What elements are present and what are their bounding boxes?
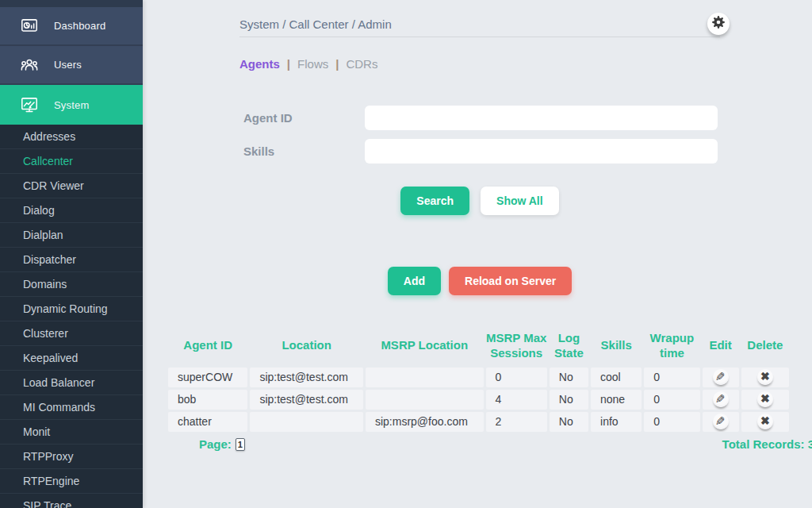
system-icon [19, 94, 40, 115]
breadcrumb: System / Call Center / Admin [239, 16, 720, 33]
action-button-row: Add Reload on Server [239, 267, 720, 295]
agent-id-input[interactable] [365, 106, 718, 130]
x-icon: ✖ [760, 414, 770, 427]
sidebar-item-callcenter[interactable]: Callcenter [0, 149, 143, 174]
table-row: chatter sip:msrp@foo.com 2 No info 0 ✎ ✖ [168, 412, 789, 432]
add-button[interactable]: Add [388, 267, 441, 295]
column-header-edit: Edit [703, 331, 739, 365]
tab-cdrs[interactable]: CDRs [346, 57, 377, 71]
sidebar-item-dispatcher[interactable]: Dispatcher [0, 248, 143, 272]
table-row: bob sip:test@test.com 4 No none 0 ✎ ✖ [168, 390, 789, 410]
sidebar-item-system[interactable]: System [0, 85, 143, 125]
page-number-button[interactable]: 1 [236, 438, 245, 451]
total-records: Total Records: 3 [722, 437, 812, 451]
cell-location: sip:test@test.com [250, 368, 363, 387]
sidebar-item-cdr-viewer[interactable]: CDR Viewer [0, 174, 143, 198]
settings-button[interactable] [707, 13, 730, 35]
cell-msrp-location: sip:msrp@foo.com [366, 412, 484, 432]
tab-agents[interactable]: Agents [239, 57, 280, 71]
skills-input[interactable] [365, 139, 718, 164]
x-icon: ✖ [760, 370, 770, 383]
cell-skills: none [591, 390, 642, 410]
edit-button[interactable]: ✎ [713, 414, 729, 429]
cell-skills: cool [591, 368, 642, 387]
edit-button[interactable]: ✎ [713, 369, 729, 385]
edit-button[interactable]: ✎ [713, 391, 729, 407]
sidebar-item-dialog[interactable]: Dialog [0, 198, 143, 223]
column-header-agent-id: Agent ID [168, 331, 247, 365]
sidebar-item-domains[interactable]: Domains [0, 272, 143, 297]
sidebar-item-label: Dashboard [54, 20, 105, 32]
delete-button[interactable]: ✖ [757, 414, 773, 429]
main-content: System / Call Center / Admin Agents|Flow… [143, 0, 812, 508]
column-header-msrp-location: MSRP Location [366, 331, 484, 365]
sidebar-item-label: Users [54, 59, 82, 71]
search-button-row: Search Show All [239, 187, 720, 215]
users-icon [19, 55, 40, 75]
cell-agent-id: chatter [168, 412, 247, 432]
cell-wrapup-time: 0 [644, 412, 699, 432]
dashboard-icon [19, 16, 40, 37]
sidebar-item-addresses[interactable]: Addresses [0, 125, 143, 149]
cell-wrapup-time: 0 [644, 390, 699, 410]
cell-wrapup-time: 0 [644, 368, 699, 387]
column-header-skills: Skills [591, 331, 642, 365]
sidebar-item-load-balancer[interactable]: Load Balancer [0, 371, 143, 395]
cell-skills: info [591, 412, 642, 432]
pagination: Page:1 [189, 437, 245, 451]
sidebar: Dashboard Users System Addresses Callcen… [0, 0, 143, 508]
column-header-wrapup-time: Wrapup time [644, 331, 699, 365]
pencil-icon: ✎ [715, 369, 726, 384]
page-label: Page: [199, 437, 232, 451]
sidebar-item-dashboard[interactable]: Dashboard [0, 7, 143, 46]
tab-separator: | [335, 57, 339, 71]
agent-id-label: Agent ID [239, 111, 365, 125]
pencil-icon: ✎ [715, 391, 726, 406]
sidebar-item-sip-trace[interactable]: SIP Trace [0, 494, 143, 508]
column-header-msrp-max-sessions: MSRP Max Sessions [486, 331, 547, 365]
search-form: Agent ID Skills [239, 106, 720, 164]
cell-location [250, 412, 363, 432]
tab-flows[interactable]: Flows [297, 57, 328, 71]
x-icon: ✖ [760, 392, 770, 405]
topbar: System / Call Center / Admin [239, 16, 720, 37]
show-all-button[interactable]: Show All [481, 187, 559, 215]
cell-agent-id: bob [168, 390, 247, 410]
pencil-icon: ✎ [715, 414, 726, 429]
cell-msrp-location [366, 368, 484, 387]
sidebar-item-label: System [54, 99, 90, 111]
sidebar-top-strip [0, 0, 143, 7]
delete-button[interactable]: ✖ [757, 369, 773, 385]
cell-agent-id: superCOW [168, 368, 247, 387]
sidebar-item-monit[interactable]: Monit [0, 420, 143, 444]
sidebar-item-dialplan[interactable]: Dialplan [0, 223, 143, 248]
cell-location: sip:test@test.com [250, 390, 363, 410]
gear-icon [710, 14, 726, 33]
column-header-location: Location [250, 331, 363, 365]
cell-log-state: No [550, 412, 588, 432]
column-header-delete: Delete [741, 331, 789, 365]
tab-separator: | [287, 57, 290, 71]
cell-log-state: No [550, 390, 588, 410]
search-button[interactable]: Search [400, 187, 469, 215]
cell-msrp-max-sessions: 0 [486, 368, 547, 387]
sidebar-item-dynamic-routing[interactable]: Dynamic Routing [0, 297, 143, 321]
sidebar-item-clusterer[interactable]: Clusterer [0, 321, 143, 346]
column-header-log-state: Log State [550, 331, 588, 365]
sidebar-item-rtpengine[interactable]: RTPEngine [0, 469, 143, 494]
cell-log-state: No [550, 368, 588, 387]
sidebar-item-mi-commands[interactable]: MI Commands [0, 395, 143, 420]
agents-table-wrap: Agent ID Location MSRP Location MSRP Max… [166, 329, 791, 451]
cell-msrp-max-sessions: 4 [486, 390, 547, 410]
sidebar-item-keepalived[interactable]: Keepalived [0, 346, 143, 371]
table-header-row: Agent ID Location MSRP Location MSRP Max… [168, 331, 789, 365]
sidebar-item-rtpproxy[interactable]: RTPProxy [0, 444, 143, 469]
tab-bar: Agents|Flows|CDRs [239, 57, 812, 71]
reload-on-server-button[interactable]: Reload on Server [449, 267, 572, 295]
delete-button[interactable]: ✖ [757, 391, 773, 407]
table-footer: Page:1 Total Records: 3 [189, 437, 812, 451]
sidebar-item-users[interactable]: Users [0, 46, 143, 85]
cell-msrp-max-sessions: 2 [486, 412, 547, 432]
cell-msrp-location [366, 390, 484, 410]
skills-label: Skills [239, 144, 365, 158]
